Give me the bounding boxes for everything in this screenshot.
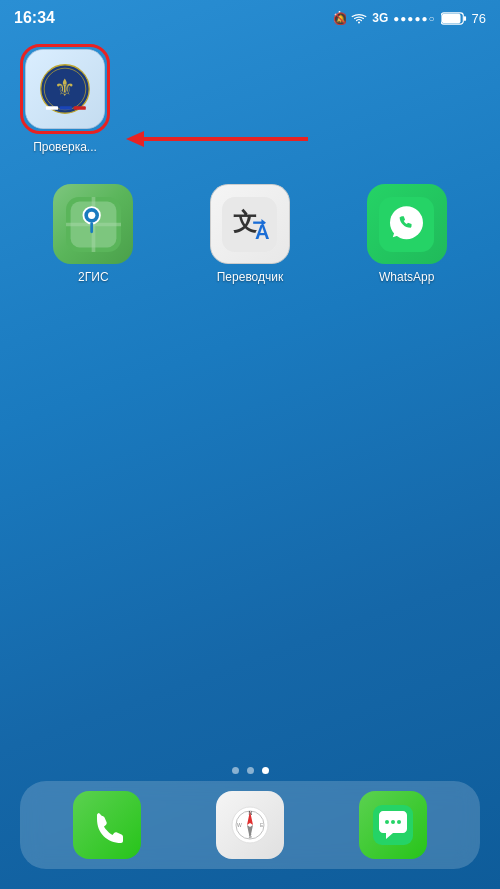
maps-icon-svg (66, 197, 121, 252)
page-dot-1 (232, 767, 239, 774)
dock-messages[interactable] (359, 791, 427, 859)
whatsapp-label: WhatsApp (379, 270, 434, 284)
messages-icon-svg (373, 805, 413, 845)
safari-icon-svg: N S W E (230, 805, 270, 845)
maps-label: 2ГИС (78, 270, 108, 284)
signal-dots: ●●●●●○ (393, 13, 435, 24)
wifi-icon (351, 12, 367, 25)
whatsapp-icon (367, 184, 447, 264)
status-bar: 16:34 🔕 3G ●●●●●○ 76 (0, 0, 500, 32)
translator-icon: 文 A (210, 184, 290, 264)
app-item-translator[interactable]: 文 A Переводчик (177, 184, 324, 284)
app-item-fts[interactable]: ⚜ Проверка... (20, 44, 110, 154)
translator-label: Переводчик (217, 270, 284, 284)
network-label: 3G (372, 11, 388, 25)
red-arrow-svg (108, 125, 318, 153)
svg-point-33 (385, 820, 389, 824)
fts-icon: ⚜ (25, 49, 105, 129)
fts-label: Проверка... (33, 140, 97, 154)
svg-point-35 (397, 820, 401, 824)
fts-emblem-svg: ⚜ (39, 63, 91, 115)
page-dots (0, 767, 500, 774)
translator-icon-svg: 文 A (222, 197, 277, 252)
app-item-whatsapp[interactable]: WhatsApp (333, 184, 480, 284)
whatsapp-icon-svg (379, 197, 434, 252)
battery-level: 76 (472, 11, 486, 26)
page-dot-2 (247, 767, 254, 774)
svg-text:文: 文 (233, 208, 257, 235)
dock: N S W E (20, 781, 480, 869)
status-icons: 🔕 3G ●●●●●○ 76 (333, 11, 486, 26)
annotation-arrow (108, 125, 318, 153)
svg-rect-2 (441, 13, 460, 22)
svg-text:🔕: 🔕 (333, 11, 346, 25)
dock-safari[interactable]: N S W E (216, 791, 284, 859)
svg-text:⚜: ⚜ (54, 74, 76, 101)
maps-icon (53, 184, 133, 264)
svg-marker-11 (126, 131, 144, 147)
phone-icon-svg (87, 805, 127, 845)
fts-border: ⚜ (20, 44, 110, 134)
svg-rect-7 (46, 106, 58, 109)
app-row-2: 2ГИС 文 A Переводчик (0, 164, 500, 284)
page-dot-3 (262, 767, 269, 774)
status-time: 16:34 (14, 9, 55, 27)
svg-rect-8 (60, 106, 72, 109)
svg-point-15 (88, 211, 95, 218)
svg-rect-9 (74, 106, 86, 109)
app-row-1: ⚜ Проверка... (0, 32, 500, 154)
battery-icon (441, 12, 467, 25)
svg-point-34 (391, 820, 395, 824)
dock-phone[interactable] (73, 791, 141, 859)
svg-text:A: A (255, 221, 270, 243)
app-item-maps[interactable]: 2ГИС (20, 184, 167, 284)
svg-text:N: N (248, 810, 252, 816)
svg-rect-3 (463, 16, 465, 21)
mute-icon: 🔕 (333, 11, 346, 25)
svg-text:W: W (237, 822, 242, 828)
